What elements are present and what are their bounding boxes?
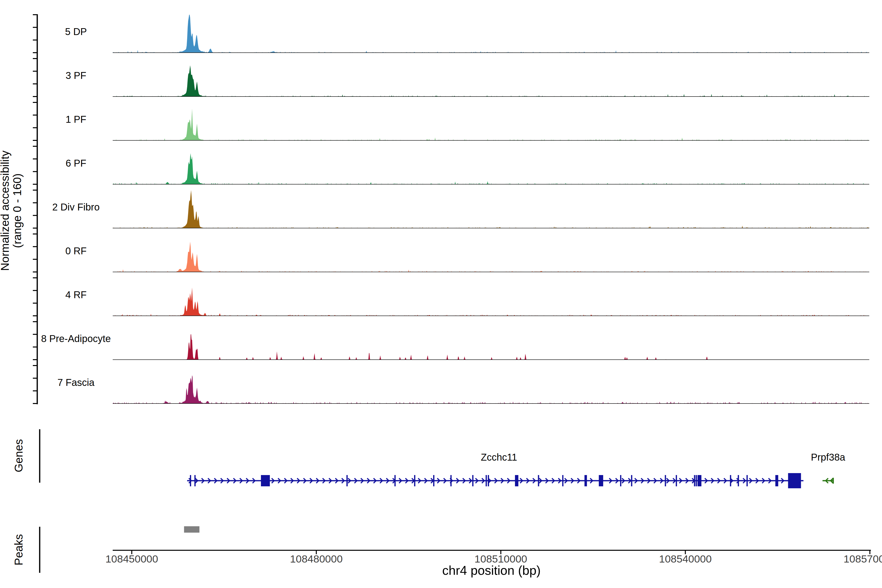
figure-background xyxy=(0,0,882,588)
gene-exon-block xyxy=(515,475,518,486)
gene-terminal-exon-block xyxy=(788,473,801,488)
y-axis-label-line1: Normalized accessibility xyxy=(0,151,11,271)
gene-exon-tick xyxy=(738,475,739,486)
gene-exon-tick xyxy=(190,475,191,486)
track-label: 7 Fascia xyxy=(57,377,94,388)
gene2-end-tick xyxy=(832,478,834,484)
gene-exon-block xyxy=(599,475,603,486)
gene-exon-tick xyxy=(486,475,487,486)
peak-interval-box xyxy=(184,526,200,532)
gene-exon-block xyxy=(261,475,270,486)
gene-exon-tick xyxy=(472,475,473,486)
gene-name-label: Prpf38a xyxy=(811,452,846,462)
gene-exon-tick xyxy=(538,475,539,486)
gene-exon-tick xyxy=(620,475,621,486)
track-label: 0 RF xyxy=(65,246,87,256)
y-axis-label-line2: (range 0 - 160) xyxy=(11,174,24,248)
gene-exon-block xyxy=(585,475,587,486)
x-tick-label: 108540000 xyxy=(659,553,712,565)
gene-exon-tick xyxy=(394,475,396,486)
track-label: 5 DP xyxy=(65,26,87,37)
gene-exon-tick xyxy=(414,475,415,486)
x-tick-label: 108480000 xyxy=(290,553,342,565)
gene-exon-tick xyxy=(631,475,632,486)
gene-exon-tick xyxy=(730,475,731,486)
track-label: 8 Pre-Adipocyte xyxy=(41,333,111,344)
gene-exon-tick xyxy=(562,475,564,486)
x-axis-title: chr4 position (bp) xyxy=(442,563,541,578)
x-tick-label: 108450000 xyxy=(105,553,158,565)
gene-exon-tick xyxy=(696,475,697,486)
gene-name-label: Zcchc11 xyxy=(481,452,517,462)
track-label: 4 RF xyxy=(65,290,87,300)
track-label: 2 Div Fibro xyxy=(52,202,99,212)
gene-exon-tick xyxy=(346,475,348,486)
genes-section-label: Genes xyxy=(12,439,25,472)
gene-exon-tick xyxy=(488,475,489,486)
gene-exon-tick xyxy=(450,475,452,486)
gene-exon-block xyxy=(776,475,778,486)
gene-exon-tick xyxy=(664,475,666,486)
track-label: 6 PF xyxy=(66,158,86,168)
gene-exon-tick xyxy=(747,475,748,486)
x-tick-label: 108510000 xyxy=(475,553,527,565)
peaks-section-label: Peaks xyxy=(12,534,25,566)
gene-exon-tick xyxy=(433,475,434,486)
gene-exon-block xyxy=(698,475,701,486)
coverage-plot-figure: Normalized accessibility(range 0 - 160)5… xyxy=(0,0,882,588)
track-label: 3 PF xyxy=(66,70,86,81)
track-label: 1 PF xyxy=(66,114,86,125)
gene-exon-tick xyxy=(694,475,695,486)
gene-exon-tick xyxy=(676,475,677,486)
x-tick-label: 108570000 xyxy=(843,553,882,565)
gene-exon-tick xyxy=(194,475,195,486)
